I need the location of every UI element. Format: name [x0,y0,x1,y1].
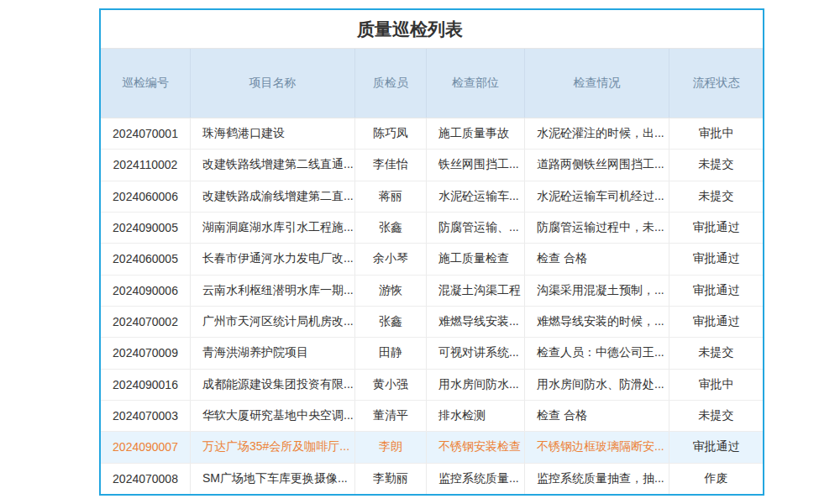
quality-inspection-panel: 质量巡检列表 巡检编号项目名称质检员检查部位检查情况流程状态 202407000… [99,8,764,496]
table-row[interactable]: 2024090005湖南洞庭湖水库引水工程施...张鑫防腐管运输、...防腐管运… [101,213,763,244]
table-row[interactable]: 2024060006改建铁路成渝线增建第二直...蒋丽水泥砼运输车...水泥砼运… [101,181,763,213]
table-row[interactable]: 2024090006云南水利枢纽潜明水库一期...游恢混凝土沟渠工程沟渠采用混凝… [101,276,763,307]
page-title: 质量巡检列表 [101,10,763,49]
cell-part: 防腐管运输、... [427,213,525,243]
cell-situation: 水泥砼灌注的时候，出... [525,118,669,149]
cell-id[interactable]: 2024110002 [101,150,191,180]
cell-id[interactable]: 2024070001 [101,118,191,149]
cell-inspector[interactable]: 黄小强 [355,370,427,400]
cell-status: 审批中 [669,118,763,149]
cell-id[interactable]: 2024060005 [101,244,191,274]
cell-part: 可视对讲系统... [427,338,525,368]
cell-part: 难燃导线安装... [427,307,525,337]
table-row[interactable]: 2024070002广州市天河区统计局机房改...张鑫难燃导线安装...难燃导线… [101,307,763,338]
cell-situation: 用水房间防水、防滑处... [525,370,669,400]
cell-inspector[interactable]: 张鑫 [355,213,427,243]
cell-id[interactable]: 2024060006 [101,181,191,212]
cell-id[interactable]: 2024070002 [101,307,191,337]
cell-situation: 检查人员：中德公司王... [525,338,669,368]
cell-project[interactable]: 华软大厦研究基地中央空调... [191,401,355,431]
column-header-situation: 检查情况 [525,49,669,118]
table-row[interactable]: 2024090007万达广场35#会所及咖啡厅...李朗不锈钢安装检查不锈钢边框… [101,432,763,463]
cell-project[interactable]: 万达广场35#会所及咖啡厅... [191,432,355,462]
cell-situation: 检查 合格 [525,244,669,274]
cell-id[interactable]: 2024090005 [101,213,191,243]
cell-situation: 道路两侧铁丝网围挡工... [525,150,669,180]
column-header-status: 流程状态 [669,49,763,118]
column-header-id: 巡检编号 [101,49,191,118]
table-row[interactable]: 2024110002改建铁路线增建第二线直通...李佳怡铁丝网围挡工...道路两… [101,150,763,181]
cell-status: 作废 [669,464,763,494]
cell-situation: 防腐管运输过程中，未... [525,213,669,243]
cell-project[interactable]: 成都能源建设集团投资有限... [191,370,355,400]
cell-inspector[interactable]: 李勤丽 [355,464,427,494]
cell-id[interactable]: 2024090016 [101,370,191,400]
cell-inspector[interactable]: 田静 [355,338,427,368]
cell-part: 施工质量事故 [427,118,525,149]
column-header-part: 检查部位 [427,49,525,118]
cell-id[interactable]: 2024090006 [101,276,191,306]
cell-situation: 难燃导线安装的时候，... [525,307,669,337]
cell-part: 铁丝网围挡工... [427,150,525,180]
cell-inspector[interactable]: 李佳怡 [355,150,427,180]
column-header-project: 项目名称 [191,49,355,118]
cell-project[interactable]: 改建铁路成渝线增建第二直... [191,181,355,212]
cell-project[interactable]: 云南水利枢纽潜明水库一期... [191,276,355,306]
cell-situation: 不锈钢边框玻璃隔断安... [525,432,669,462]
cell-status: 审批通过 [669,213,763,243]
table-row[interactable]: 2024070009青海洪湖养护院项目田静可视对讲系统...检查人员：中德公司王… [101,338,763,369]
table-header: 巡检编号项目名称质检员检查部位检查情况流程状态 [101,49,763,118]
cell-inspector[interactable]: 游恢 [355,276,427,306]
cell-part: 排水检测 [427,401,525,431]
cell-inspector[interactable]: 董清平 [355,401,427,431]
table-row[interactable]: 2024070003华软大厦研究基地中央空调...董清平排水检测检查 合格未提交 [101,401,763,432]
cell-part: 水泥砼运输车... [427,181,525,212]
cell-part: 施工质量检查 [427,244,525,274]
table-row[interactable]: 2024060005长春市伊通河水力发电厂改...余小琴施工质量检查检查 合格审… [101,244,763,275]
cell-status: 未提交 [669,401,763,431]
cell-status: 审批通过 [669,307,763,337]
cell-project[interactable]: 湖南洞庭湖水库引水工程施... [191,213,355,243]
cell-id[interactable]: 2024070003 [101,401,191,431]
cell-status: 审批通过 [669,432,763,462]
cell-project[interactable]: 改建铁路线增建第二线直通... [191,150,355,180]
cell-inspector[interactable]: 蒋丽 [355,181,427,212]
cell-status: 未提交 [669,338,763,368]
cell-status: 未提交 [669,150,763,180]
cell-project[interactable]: SM广场地下车库更换摄像... [191,464,355,494]
cell-situation: 监控系统质量抽查，抽... [525,464,669,494]
table-row[interactable]: 2024090016成都能源建设集团投资有限...黄小强用水房间防水...用水房… [101,370,763,401]
table-row[interactable]: 2024070008SM广场地下车库更换摄像...李勤丽监控系统质量...监控系… [101,464,763,494]
cell-project[interactable]: 广州市天河区统计局机房改... [191,307,355,337]
cell-id[interactable]: 2024070008 [101,464,191,494]
cell-inspector[interactable]: 李朗 [355,432,427,462]
cell-part: 监控系统质量... [427,464,525,494]
table-body: 2024070001珠海鹤港口建设陈巧凤施工质量事故水泥砼灌注的时候，出...审… [101,118,763,494]
cell-part: 混凝土沟渠工程 [427,276,525,306]
cell-situation: 水泥砼运输车司机经过... [525,181,669,212]
cell-project[interactable]: 青海洪湖养护院项目 [191,338,355,368]
cell-inspector[interactable]: 余小琴 [355,244,427,274]
cell-part: 不锈钢安装检查 [427,432,525,462]
cell-id[interactable]: 2024070009 [101,338,191,368]
cell-status: 审批通过 [669,276,763,306]
cell-inspector[interactable]: 陈巧凤 [355,118,427,149]
cell-inspector[interactable]: 张鑫 [355,307,427,337]
cell-status: 未提交 [669,181,763,212]
cell-status: 审批中 [669,370,763,400]
cell-situation: 检查 合格 [525,401,669,431]
cell-project[interactable]: 长春市伊通河水力发电厂改... [191,244,355,274]
column-header-inspector: 质检员 [355,49,427,118]
cell-status: 审批通过 [669,244,763,274]
cell-id[interactable]: 2024090007 [101,432,191,462]
cell-situation: 沟渠采用混凝土预制，... [525,276,669,306]
table-row[interactable]: 2024070001珠海鹤港口建设陈巧凤施工质量事故水泥砼灌注的时候，出...审… [101,118,763,150]
cell-project[interactable]: 珠海鹤港口建设 [191,118,355,149]
cell-part: 用水房间防水... [427,370,525,400]
